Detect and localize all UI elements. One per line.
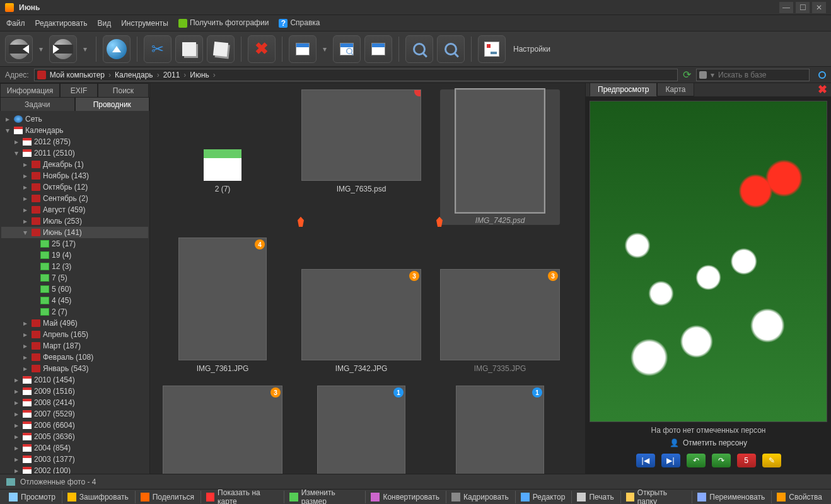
menu-help[interactable]: ?Справка <box>279 18 320 28</box>
tree-d25[interactable]: 25 (17) <box>1 238 148 249</box>
tree-calendar[interactable]: ▾Календарь <box>1 125 148 136</box>
tree-jun[interactable]: ▾Июнь (141) <box>1 227 148 238</box>
tree-d4[interactable]: 4 (45) <box>1 295 148 306</box>
bottom-show-map[interactable]: Показать на карте <box>200 491 283 503</box>
rotate-right-button[interactable]: ↷ <box>712 454 731 467</box>
tree-mar[interactable]: ▸Март (187) <box>1 340 148 352</box>
bottom-share[interactable]: Поделиться <box>135 491 199 503</box>
nav-up-button[interactable] <box>103 35 131 63</box>
crumb-root[interactable]: Мой компьютер <box>46 71 108 79</box>
search-button[interactable] <box>818 71 826 79</box>
thumb-img-7361[interactable]: 4 IMG_7361.JPG <box>163 238 282 373</box>
refresh-button[interactable]: ⟳ <box>683 69 691 81</box>
crumb-year[interactable]: 2011 <box>160 71 184 79</box>
delete-button[interactable]: ✖ <box>248 35 276 63</box>
menu-tools[interactable]: Инструменты <box>121 19 168 28</box>
thumb-img-7337[interactable]: 3 IMG_7337.JPG <box>163 386 282 474</box>
tree-d19[interactable]: 19 (4) <box>1 249 148 261</box>
tree-feb[interactable]: ▸Февраль (108) <box>1 352 148 363</box>
nav-back-history[interactable]: ▾ <box>37 35 45 63</box>
tree-aug[interactable]: ▸Август (459) <box>1 204 148 215</box>
settings-button[interactable] <box>478 35 506 63</box>
bottom-editor[interactable]: Редактор <box>515 491 571 503</box>
tree-2012[interactable]: ▸2012 (875) <box>1 136 148 147</box>
cut-button[interactable]: ✂ <box>144 35 171 63</box>
thumb-img-7335[interactable]: 3 IMG_7335.JPG <box>440 269 560 373</box>
bottom-encrypt[interactable]: Зашифровать <box>62 491 134 503</box>
tree-2011[interactable]: ▾2011 (2510) <box>1 147 148 159</box>
close-panel-button[interactable]: ✖ <box>818 83 827 96</box>
bottom-rename[interactable]: Переименовать <box>692 491 770 503</box>
rating-5-button[interactable]: 5 <box>737 454 756 467</box>
bottom-crop[interactable]: Кадрировать <box>446 491 514 503</box>
menu-get-photos[interactable]: Получить фотографии <box>178 18 269 28</box>
tab-explorer[interactable]: Проводник <box>75 97 150 111</box>
tab-search[interactable]: Поиск <box>98 83 149 97</box>
folder-tree[interactable]: ▸Сеть ▾Календарь ▸2012 (875) ▾2011 (2510… <box>0 111 149 474</box>
tree-jan[interactable]: ▸Январь (543) <box>1 363 148 374</box>
mark-person-button[interactable]: Отметить персону <box>590 438 827 447</box>
bottom-resize[interactable]: Изменить размер <box>284 491 364 503</box>
tab-preview[interactable]: Предпросмотр <box>590 83 657 96</box>
crumb-calendar[interactable]: Календарь <box>111 71 157 79</box>
menu-edit[interactable]: Редактировать <box>35 19 88 28</box>
tree-2008[interactable]: ▸2008 (2414) <box>1 397 148 408</box>
nav-forward-button[interactable] <box>49 35 77 63</box>
tree-d7[interactable]: 7 (5) <box>1 272 148 284</box>
tree-2006[interactable]: ▸2006 (6604) <box>1 420 148 431</box>
thumb-img-7425[interactable]: IMG_7425.psd <box>440 89 560 225</box>
crumb-month[interactable]: Июнь <box>186 71 213 79</box>
tab-map[interactable]: Карта <box>657 83 694 96</box>
tree-sep[interactable]: ▸Сентябрь (2) <box>1 193 148 204</box>
tree-2010[interactable]: ▸2010 (1454) <box>1 374 148 386</box>
thumb-img-7979[interactable]: 1 img_7979.jpg <box>301 386 421 474</box>
tree-jul[interactable]: ▸Июль (253) <box>1 215 148 227</box>
tree-2009[interactable]: ▸2009 (1516) <box>1 386 148 397</box>
menu-view[interactable]: Вид <box>97 19 111 28</box>
tree-may[interactable]: ▸Май (496) <box>1 318 148 329</box>
maximize-button[interactable]: ☐ <box>796 2 810 13</box>
deferred-photos-bar[interactable]: Отложенные фото - 4 <box>0 474 831 489</box>
paste-button[interactable] <box>207 35 235 63</box>
bottom-props[interactable]: Свойства <box>771 491 827 503</box>
bottom-open-folder[interactable]: Открыть папку <box>620 491 691 503</box>
preview-image[interactable] <box>590 101 827 422</box>
search-box[interactable]: ▾ Искать в базе <box>696 69 810 81</box>
thumbnail-pane[interactable]: 2 (7) IMG_7635.psd IMG_7425.psd 4 IMG_73… <box>150 83 585 474</box>
zoom-out-button[interactable] <box>437 35 465 63</box>
tree-2004[interactable]: ▸2004 (854) <box>1 442 148 454</box>
nav-back-button[interactable] <box>5 35 33 63</box>
tree-d2[interactable]: 2 (7) <box>1 306 148 318</box>
view-thumbs-menu[interactable]: ▾ <box>320 35 329 63</box>
rotate-left-button[interactable]: ↶ <box>687 454 706 467</box>
tree-d5[interactable]: 5 (60) <box>1 284 148 295</box>
tree-network[interactable]: ▸Сеть <box>1 113 148 125</box>
tree-dec[interactable]: ▸Декабрь (1) <box>1 159 148 170</box>
tag-button[interactable]: ✎ <box>762 454 781 467</box>
bottom-print[interactable]: Печать <box>571 491 619 503</box>
view-preview-button[interactable] <box>333 35 361 63</box>
tab-info[interactable]: Информация <box>0 83 60 97</box>
close-button[interactable]: ✕ <box>812 2 826 13</box>
tab-tasks[interactable]: Задачи <box>0 97 75 111</box>
tree-oct[interactable]: ▸Октябрь (12) <box>1 181 148 193</box>
thumb-img-4117[interactable]: 1 img_4117.psd <box>440 386 560 474</box>
menu-file[interactable]: Файл <box>6 19 25 28</box>
tree-apr[interactable]: ▸Апрель (165) <box>1 329 148 340</box>
tab-exif[interactable]: EXIF <box>60 83 98 97</box>
prev-image-button[interactable]: |◀ <box>636 454 655 467</box>
bottom-view[interactable]: Просмотр <box>4 491 61 503</box>
address-box[interactable]: Мой компьютер› Календарь› 2011› Июнь› <box>34 69 678 81</box>
copy-button[interactable] <box>175 35 203 63</box>
nav-forward-history[interactable]: ▾ <box>81 35 90 63</box>
bottom-convert[interactable]: Конвертировать <box>365 491 445 503</box>
tree-2002[interactable]: ▸2002 (100) <box>1 465 148 474</box>
thumb-folder-2[interactable]: 2 (7) <box>163 89 282 225</box>
tree-2007[interactable]: ▸2007 (5529) <box>1 408 148 420</box>
view-thumbs-button[interactable] <box>289 35 317 63</box>
view-list-button[interactable] <box>364 35 392 63</box>
tree-d12[interactable]: 12 (3) <box>1 261 148 272</box>
minimize-button[interactable]: — <box>779 2 793 13</box>
tree-2003[interactable]: ▸2003 (1377) <box>1 454 148 465</box>
thumb-img-7635[interactable]: IMG_7635.psd <box>301 89 421 225</box>
